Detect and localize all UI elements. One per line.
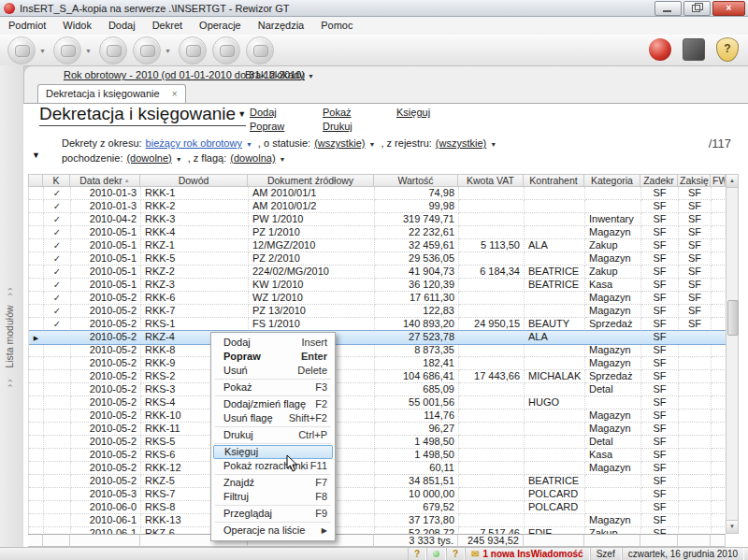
table-row[interactable]: 2010-05-2RKS-455 001,56HUGOSF (29, 396, 726, 409)
column-header-FW[interactable]: FW (711, 174, 726, 187)
help-shield-icon[interactable]: ? (716, 37, 739, 62)
help-indicator-2[interactable]: ? (446, 548, 465, 560)
context-menu-item-filtruj[interactable]: FiltrujF8 (211, 490, 335, 504)
table-row[interactable]: ✓2010-05-2RKK-7PZ 13/2010122,83MagazynSF… (29, 305, 726, 318)
context-menu-item-operacje-na-liście[interactable]: Operacje na liście▶ (211, 524, 335, 538)
link-popraw[interactable]: Popraw (250, 121, 284, 132)
scroll-down-icon[interactable]: ▼ (726, 520, 738, 533)
table-row[interactable]: 2010-06-1RKZ-652 208,727 517,46EDIEZakup… (29, 527, 726, 534)
current-user[interactable]: Szef (590, 548, 622, 560)
context-menu-item-usuń[interactable]: UsuńDelete (211, 364, 335, 378)
print-button[interactable] (246, 36, 274, 65)
vertical-scrollbar[interactable]: ▲ ▼ (726, 174, 739, 534)
context-menu-item-pokaż-rozrachunki[interactable]: Pokaż rozrachunkiF11 (211, 459, 335, 473)
filter-l1-value-1[interactable]: bieżący rok obrotowy (146, 137, 242, 149)
help-indicator-1[interactable]: ? (408, 548, 426, 560)
chevron-down-icon[interactable]: ▼ (369, 141, 376, 148)
menu-item-widok[interactable]: Widok (54, 17, 100, 35)
context-menu-item-dodaj[interactable]: DodajInsert (211, 336, 335, 350)
table-row[interactable]: 2010-05-3RKS-710 000,00POLCARDSF (29, 488, 726, 501)
minimize-button[interactable] (654, 1, 682, 16)
table-row[interactable]: ✓2010-01-3RKK-1AM 2010/01/174,98SFSF (29, 187, 726, 200)
insmail-notification[interactable]: ✉1 nowa InsWiadomość (465, 548, 590, 560)
chevron-down-icon[interactable]: ▼ (490, 141, 496, 148)
column-header-Data dekr[interactable]: Data dekr▲ (70, 174, 140, 187)
tab-close-icon[interactable]: × (172, 89, 178, 99)
link-dodaj[interactable]: Dodaj (250, 107, 277, 118)
new-document-button[interactable] (133, 36, 161, 65)
table-row[interactable]: 2010-05-2RKS-61 498,50KasaSF (29, 449, 726, 462)
table-row[interactable]: ✓2010-05-1RKK-5PZ 2/201029 536,05Magazyn… (29, 252, 726, 266)
column-header-Dowód[interactable]: Dowód (140, 174, 248, 187)
context-menu-item-drukuj[interactable]: DrukujCtrl+P (211, 428, 335, 442)
menu-item-dekret[interactable]: Dekret (144, 17, 191, 35)
chevron-down-icon[interactable]: ▼ (246, 141, 252, 148)
close-button[interactable]: × (712, 1, 745, 16)
module-cube-icon[interactable] (683, 38, 705, 61)
column-header-marker[interactable] (28, 174, 43, 187)
filter-l1-value-3[interactable]: (wszystkie) (314, 137, 365, 149)
column-header-Zaksię[interactable]: Zaksię (678, 174, 711, 187)
context-menu-item-przeglądaj[interactable]: PrzeglądajF9 (211, 507, 335, 521)
table-row[interactable]: 2010-05-2RKK-10114,76MagazynSF (29, 409, 726, 423)
stamp-button[interactable] (99, 36, 127, 65)
column-header-Kategoria[interactable]: Kategoria (584, 174, 640, 187)
chevron-down-icon[interactable]: ▼ (85, 48, 92, 54)
link-ksieguj[interactable]: Księguj (396, 107, 430, 118)
filter-l1-value-5[interactable]: (wszystkie) (436, 137, 486, 149)
page-title[interactable]: Dekretacja i księgowanie▼ (39, 104, 246, 126)
filter-l2-value-3[interactable]: (dowolna) (230, 152, 275, 164)
menu-item-podmiot[interactable]: Podmiot (0, 17, 54, 35)
send-document-button[interactable] (53, 36, 81, 65)
restore-button[interactable] (683, 1, 711, 16)
chevron-down-icon[interactable]: ▼ (280, 156, 286, 163)
context-menu-item-księguj[interactable]: Księguj (213, 445, 333, 459)
chevron-down-icon[interactable]: ▼ (39, 48, 46, 54)
table-row[interactable]: 2010-05-2RKK-1260,11MagazynSF (29, 462, 726, 475)
table-row[interactable]: 2010-05-2RKS-2104 686,4117 443,66MICHALA… (29, 370, 726, 383)
filter-collapse-icon[interactable]: ▼ (32, 151, 40, 160)
table-row[interactable]: ✓2010-05-1RKZ-3KW 1/201036 120,39BEATRIC… (29, 279, 726, 292)
table-row[interactable]: 2010-06-0RKS-8679,52POLCARDSF (29, 501, 726, 514)
column-header-Kontrahent[interactable]: Kontrahent (524, 174, 584, 187)
table-row[interactable]: ✓2010-05-1RKZ-112/MGZ/201032 459,615 113… (29, 239, 726, 252)
open-module-button[interactable] (7, 36, 36, 65)
table-row[interactable]: 2010-05-2RKK-9182,41MagazynSF (29, 357, 726, 370)
column-header-Kwota VAT[interactable]: Kwota VAT (458, 174, 524, 187)
table-row[interactable]: 2010-05-2RKS-3685,09DetalSF (29, 383, 726, 396)
table-row[interactable]: ✓2010-05-1RKZ-2224/02/MG/201041 904,736 … (29, 266, 726, 279)
table-row[interactable]: ✓2010-04-2RKK-3PW 1/2010319 749,71Inwent… (29, 213, 726, 226)
column-header-Wartość[interactable]: Wartość (374, 174, 458, 187)
menu-item-pomoc[interactable]: Pomoc (312, 17, 361, 35)
menu-item-operacje[interactable]: Operacje (191, 17, 250, 35)
tab-dekretacja[interactable]: Dekretacja i księgowanie × (37, 84, 186, 103)
table-row[interactable]: 2010-05-2RKK-1196,27MagazynSF (29, 423, 726, 436)
edit-document-button[interactable] (179, 36, 207, 65)
context-menu-item-pokaż[interactable]: PokażF3 (211, 381, 335, 395)
scroll-up-icon[interactable]: ▲ (726, 175, 738, 188)
table-row[interactable]: 2010-05-2RKS-51 498,50DetalSF (29, 436, 726, 449)
table-row[interactable]: ✓2010-05-2RKS-1FS 1/2010140 893,2024 950… (29, 318, 726, 331)
table-row[interactable]: 2010-05-2RKK-88 873,35MagazynSF (29, 344, 726, 357)
insert-logo-icon[interactable] (649, 38, 671, 61)
table-row[interactable]: ✓2010-05-2RKK-6WZ 1/201017 611,30Magazyn… (29, 292, 726, 305)
verify-stamp-button[interactable] (212, 36, 240, 65)
table-row[interactable]: ✓2010-01-3RKK-2AM 2010/01/299,98SFSF (29, 200, 726, 213)
context-menu-item-znajdź[interactable]: ZnajdźF7 (211, 476, 335, 490)
table-row[interactable]: 2010-06-1RKK-1337 173,80MagazynSF (29, 514, 726, 527)
sidebar-lista-modulow[interactable]: ››Lista modułów›› (0, 65, 24, 547)
link-pokaz[interactable]: Pokaż (323, 107, 352, 118)
column-header-K[interactable]: K (43, 174, 70, 187)
table-row[interactable]: 2010-05-2RKZ-534 851,51BEATRICESF (29, 475, 726, 488)
title-bar[interactable]: InsERT_S_A-kopia na serwerze .\INSERTGT … (0, 0, 748, 17)
context-menu-item-usuń-flagę[interactable]: Usuń flagęShift+F2 (211, 411, 335, 425)
chevron-down-icon[interactable]: ▼ (165, 48, 171, 54)
lock-status-link[interactable]: Brak blokady (245, 69, 305, 80)
chevron-down-icon[interactable]: ▼ (176, 156, 182, 163)
table-row[interactable]: ▶2010-05-2RKZ-4wypłata27 523,78ALASF (29, 331, 726, 344)
scrollbar-thumb[interactable] (727, 300, 739, 336)
context-menu-item-popraw[interactable]: PoprawEnter (211, 350, 335, 364)
filter-l2-value-1[interactable]: (dowolne) (126, 152, 171, 164)
menu-item-narzędzia[interactable]: Narzędzia (250, 17, 313, 35)
context-menu-item-dodaj-zmień-flagę[interactable]: Dodaj/zmień flagęF2 (211, 397, 335, 411)
